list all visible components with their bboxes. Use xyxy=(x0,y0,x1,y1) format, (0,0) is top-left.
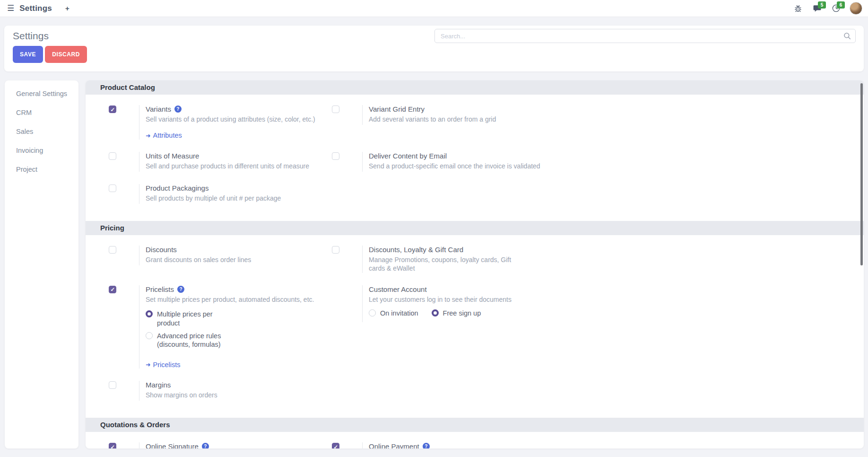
section-product-catalog: Product Catalog Variants? Sell variants … xyxy=(86,80,864,204)
apps-menu-icon[interactable]: ☰ xyxy=(7,3,14,13)
setting-label: Discounts, Loyalty & Gift Card xyxy=(369,246,463,254)
deliver-content-by-email-checkbox[interactable] xyxy=(332,152,339,160)
setting-label: Customer Account xyxy=(369,285,427,293)
section-title: Quotations & Orders xyxy=(86,418,864,432)
radio-on-invitation[interactable]: On invitation xyxy=(369,309,418,317)
setting-description: Sell products by multiple of unit # per … xyxy=(146,194,332,202)
setting-label: Online Payment xyxy=(369,442,419,448)
attributes-link[interactable]: Attributes xyxy=(146,132,182,139)
user-avatar[interactable] xyxy=(850,2,862,15)
save-button[interactable]: SAVE xyxy=(13,46,43,63)
setting-customer-account: Customer Account Let your customers log … xyxy=(332,285,555,369)
radio-button[interactable] xyxy=(146,332,153,339)
sidebar-item-invoicing[interactable]: Invoicing xyxy=(5,141,78,160)
margins-checkbox[interactable] xyxy=(109,381,116,389)
search-bar xyxy=(434,29,856,43)
help-icon[interactable]: ? xyxy=(423,443,430,448)
section-pricing: Pricing Discounts Grant discounts on sal… xyxy=(86,221,864,401)
setting-pricelists: Pricelists? Set multiple prices per prod… xyxy=(109,285,332,369)
setting-description: Show margins on orders xyxy=(146,391,332,399)
messages-icon[interactable]: 5 xyxy=(812,3,822,14)
setting-label: Variant Grid Entry xyxy=(369,105,425,113)
variant-grid-entry-checkbox[interactable] xyxy=(332,105,339,113)
messages-count-badge: 5 xyxy=(818,1,826,9)
sidebar-item-crm[interactable]: CRM xyxy=(5,103,78,122)
vertical-scrollbar[interactable] xyxy=(860,83,863,265)
settings-content: Product Catalog Variants? Sell variants … xyxy=(86,80,864,448)
radio-multiple-prices-per-product[interactable]: Multiple prices per product xyxy=(146,310,332,327)
setting-discounts-loyalty-gift-card: Discounts, Loyalty & Gift Card Manage Pr… xyxy=(332,246,555,273)
setting-product-packagings: Product Packagings Sell products by mult… xyxy=(109,184,332,204)
units-of-measure-checkbox[interactable] xyxy=(109,152,116,160)
online-payment-checkbox[interactable] xyxy=(332,443,339,448)
variants-checkbox[interactable] xyxy=(109,105,116,113)
product-packagings-checkbox[interactable] xyxy=(109,185,116,192)
setting-description: Manage Promotions, coupons, loyalty card… xyxy=(369,255,525,273)
setting-label: Units of Measure xyxy=(146,152,199,160)
help-icon[interactable]: ? xyxy=(202,443,209,448)
setting-description: Sell variants of a product using attribu… xyxy=(146,115,332,123)
setting-label: Product Packagings xyxy=(146,184,208,192)
setting-description: Send a product-specific email once the i… xyxy=(369,162,555,170)
setting-variants: Variants? Sell variants of a product usi… xyxy=(109,105,332,140)
customer-account-radio-group: On invitation Free sign up xyxy=(369,309,555,322)
radio-label: Multiple prices per product xyxy=(157,310,229,327)
new-tab-plus-button[interactable]: + xyxy=(65,4,69,12)
discounts-loyalty-gift-card-checkbox[interactable] xyxy=(332,246,339,254)
activities-clock-icon[interactable]: 6 xyxy=(831,3,841,14)
navbar-systray: 5 6 xyxy=(793,2,862,15)
top-navbar: ☰ Settings + 5 6 xyxy=(0,0,868,17)
help-icon[interactable]: ? xyxy=(177,286,184,293)
radio-button[interactable] xyxy=(146,310,153,317)
sidebar-item-sales[interactable]: Sales xyxy=(5,122,78,141)
setting-label: Online Signature xyxy=(146,442,199,448)
setting-label: Margins xyxy=(146,381,171,389)
settings-sidebar: General Settings CRM Sales Invoicing Pro… xyxy=(5,80,78,448)
section-title: Pricing xyxy=(86,221,864,235)
debug-bug-icon[interactable] xyxy=(793,3,803,14)
setting-units-of-measure: Units of Measure Sell and purchase produ… xyxy=(109,152,332,172)
setting-description: Let your customers log in to see their d… xyxy=(369,295,555,304)
pricelists-link[interactable]: Pricelists xyxy=(146,361,181,369)
setting-online-payment: Online Payment? Request an online paymen… xyxy=(332,442,555,448)
setting-online-signature: Online Signature? Request an online sign… xyxy=(109,442,332,448)
radio-button[interactable] xyxy=(432,309,439,316)
setting-description: Sell and purchase products in different … xyxy=(146,162,332,170)
search-input[interactable] xyxy=(434,29,856,43)
search-icon[interactable] xyxy=(843,32,851,40)
discounts-checkbox[interactable] xyxy=(109,246,116,254)
pricelists-checkbox[interactable] xyxy=(109,286,116,293)
setting-label: Discounts xyxy=(146,246,177,254)
pricelists-radio-group: Multiple prices per product Advanced pri… xyxy=(146,310,332,349)
setting-description: Grant discounts on sales order lines xyxy=(146,255,332,264)
setting-description: Add several variants to an order from a … xyxy=(369,115,555,123)
help-icon[interactable]: ? xyxy=(174,105,182,113)
setting-deliver-content-by-email: Deliver Content by Email Send a product-… xyxy=(332,152,555,172)
radio-free-sign-up[interactable]: Free sign up xyxy=(432,309,481,317)
radio-button[interactable] xyxy=(369,309,376,316)
setting-variant-grid-entry: Variant Grid Entry Add several variants … xyxy=(332,105,555,140)
setting-label: Variants xyxy=(146,105,171,113)
setting-discounts: Discounts Grant discounts on sales order… xyxy=(109,246,332,273)
section-title: Product Catalog xyxy=(86,80,864,95)
sidebar-item-project[interactable]: Project xyxy=(5,160,78,179)
activities-count-badge: 6 xyxy=(837,1,845,9)
section-quotations-orders: Quotations & Orders Online Signature? Re… xyxy=(86,418,864,448)
setting-label: Deliver Content by Email xyxy=(369,152,447,160)
radio-advanced-price-rules[interactable]: Advanced price rules (discounts, formula… xyxy=(146,332,332,349)
radio-label: On invitation xyxy=(380,309,418,317)
online-signature-checkbox[interactable] xyxy=(109,443,116,448)
radio-label: Advanced price rules (discounts, formula… xyxy=(157,332,229,349)
setting-label: Pricelists xyxy=(146,285,174,293)
control-panel: Settings SAVE DISCARD xyxy=(4,26,864,71)
sidebar-item-general-settings[interactable]: General Settings xyxy=(5,84,78,103)
navbar-app-title: Settings xyxy=(19,4,52,13)
radio-label: Free sign up xyxy=(443,309,481,317)
setting-description: Set multiple prices per product, automat… xyxy=(146,295,332,304)
setting-margins: Margins Show margins on orders xyxy=(109,381,332,401)
discard-button[interactable]: DISCARD xyxy=(45,46,87,63)
